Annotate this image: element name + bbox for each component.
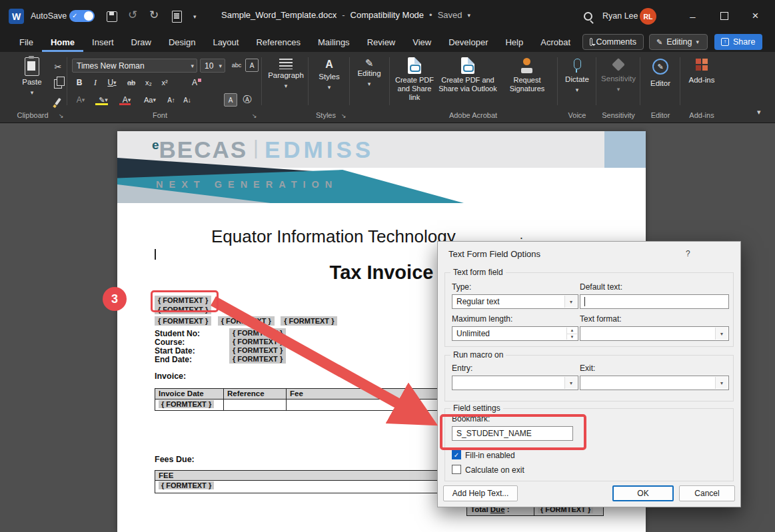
tab-home[interactable]: Home xyxy=(42,32,83,52)
text-highlight-color-button[interactable]: ✎ ▾ xyxy=(93,93,113,107)
font-size-combo[interactable]: 10 ▾ xyxy=(200,59,225,73)
tab-help[interactable]: Help xyxy=(496,32,532,52)
shrink-font-button[interactable]: A↓ xyxy=(180,93,195,107)
formtext-field[interactable]: { FORMTEXT } xyxy=(159,481,214,489)
calculate-on-exit-label: Calculate on exit xyxy=(465,465,524,475)
change-case-icon: Aa xyxy=(144,96,153,104)
underline-button[interactable]: U ▾ xyxy=(103,76,121,89)
run-macro-group-label: Run macro on xyxy=(450,350,506,360)
text-format-chevron-icon[interactable]: ▾ xyxy=(715,328,728,340)
enclose-characters-icon: A xyxy=(250,62,255,69)
formtext-field[interactable]: { FORMTEXT } xyxy=(159,400,214,408)
bold-button[interactable]: B xyxy=(72,76,87,89)
dialog-help-icon[interactable]: ? xyxy=(686,249,690,258)
type-combo-chevron-icon[interactable]: ▾ xyxy=(564,296,577,308)
superscript-button[interactable]: x² xyxy=(157,76,172,89)
copy-button[interactable] xyxy=(51,77,65,91)
tab-design[interactable]: Design xyxy=(160,32,204,52)
formtext-field[interactable]: { FORMTEXT } xyxy=(229,328,286,338)
format-painter-button[interactable] xyxy=(51,95,65,108)
cut-button[interactable]: ✂ xyxy=(51,60,65,73)
text-format-combo[interactable]: ▾ xyxy=(580,326,729,341)
formtext-field[interactable]: { FORMTEXT } xyxy=(281,316,337,326)
clear-formatting-button[interactable]: A xyxy=(189,76,204,89)
spinner-buttons[interactable]: ▲ ▼ xyxy=(566,328,577,340)
formtext-field[interactable]: { FORMTEXT } xyxy=(229,337,286,346)
entry-combo-chevron-icon[interactable]: ▾ xyxy=(564,377,577,389)
editor-button[interactable]: ✎ Editor xyxy=(644,59,677,88)
undo-icon[interactable]: ↺ xyxy=(128,9,137,22)
minimize-button[interactable]: – xyxy=(677,0,708,32)
tab-references[interactable]: References xyxy=(247,32,309,52)
tab-file[interactable]: File xyxy=(11,32,42,52)
clipboard-dialog-launcher[interactable]: ↘ xyxy=(59,113,64,119)
paste-button[interactable]: Paste ▾ xyxy=(15,57,49,97)
close-button[interactable]: × xyxy=(740,0,771,32)
formtext-field[interactable]: { FORMTEXT } xyxy=(218,316,275,326)
spinner-up-icon[interactable]: ▲ xyxy=(566,328,577,334)
title-chevron-icon[interactable]: ▾ xyxy=(468,12,471,19)
styles-dialog-launcher[interactable]: ↘ xyxy=(341,113,347,119)
formtext-field[interactable]: { FORMTEXT } xyxy=(229,354,286,364)
cancel-button[interactable]: Cancel xyxy=(679,485,735,501)
addins-button[interactable]: Add-ins xyxy=(684,59,720,85)
font-dialog-launcher[interactable]: ↘ xyxy=(252,113,257,119)
autosave-toggle[interactable]: ✓ xyxy=(69,10,95,22)
word-logo-icon[interactable]: W xyxy=(9,9,24,24)
tab-draw[interactable]: Draw xyxy=(123,32,160,52)
maximize-button[interactable] xyxy=(708,0,740,32)
create-pdf-share-outlook-button[interactable]: Create PDF and Share via Outlook xyxy=(438,57,497,93)
formtext-field[interactable]: { FORMTEXT } xyxy=(229,346,286,355)
spinner-down-icon[interactable]: ▼ xyxy=(566,334,577,340)
collapse-ribbon-chevron-icon[interactable]: ▾ xyxy=(757,108,761,117)
strikethrough-button[interactable]: ab xyxy=(124,76,139,89)
save-icon[interactable] xyxy=(107,11,117,22)
document-preview-icon[interactable] xyxy=(172,11,182,23)
tab-review[interactable]: Review xyxy=(359,32,404,52)
tab-mailings[interactable]: Mailings xyxy=(309,32,359,52)
tab-developer[interactable]: Developer xyxy=(440,32,496,52)
calculate-on-exit-checkbox[interactable] xyxy=(452,465,461,474)
ok-button[interactable]: OK xyxy=(612,485,674,501)
default-text-input[interactable] xyxy=(580,294,729,309)
add-help-text-button[interactable]: Add Help Text... xyxy=(443,485,518,501)
formtext-field[interactable]: { FORMTEXT } xyxy=(155,316,211,326)
editing-group-button[interactable]: ✎ Editing ▾ xyxy=(352,59,387,89)
phonetic-guide-button[interactable]: abc xyxy=(229,59,244,72)
font-color-button[interactable]: A ▾ xyxy=(117,93,136,107)
fill-in-enabled-checkbox[interactable]: ✓ xyxy=(452,450,461,459)
tab-acrobat[interactable]: Acrobat xyxy=(532,32,579,52)
character-shading-button[interactable]: A xyxy=(224,93,237,107)
avatar[interactable]: RL xyxy=(640,8,656,25)
styles-group-button[interactable]: A Styles ▾ xyxy=(312,59,347,92)
editing-mode-button[interactable]: ✎ Editing ▾ xyxy=(649,34,708,50)
font-name-combo[interactable]: Times New Roman ▾ xyxy=(72,59,197,73)
qat-customize-chevron-icon[interactable]: ▾ xyxy=(193,13,197,20)
text-effects-button[interactable]: A ▾ xyxy=(72,93,89,107)
comments-button[interactable]: Comments xyxy=(582,34,644,50)
type-combo[interactable]: Regular text ▾ xyxy=(452,294,578,309)
entry-combo[interactable]: ▾ xyxy=(452,376,578,390)
scissors-icon: ✂ xyxy=(55,62,62,72)
tab-view[interactable]: View xyxy=(404,32,440,52)
dictate-label: Dictate xyxy=(565,75,589,84)
tab-insert[interactable]: Insert xyxy=(83,32,123,52)
request-signatures-button[interactable]: Request Signatures xyxy=(501,57,553,93)
enclose-characters-button[interactable]: A xyxy=(245,59,259,72)
exit-combo[interactable]: ▾ xyxy=(580,376,729,390)
redo-icon[interactable]: ↻ xyxy=(149,9,159,22)
create-pdf-share-link-button[interactable]: Create PDF and Share link xyxy=(393,57,436,102)
subscript-button[interactable]: x₂ xyxy=(141,76,156,89)
user-name[interactable]: Ryan Lee xyxy=(602,11,638,21)
change-case-button[interactable]: Aa ▾ xyxy=(140,93,160,107)
tab-layout[interactable]: Layout xyxy=(204,32,247,52)
share-button[interactable]: ↑ Share xyxy=(714,34,762,50)
italic-button[interactable]: I xyxy=(88,76,103,89)
dictate-button[interactable]: Dictate ▾ xyxy=(561,59,593,95)
character-border-button[interactable]: Ⓐ xyxy=(240,93,255,107)
search-icon[interactable] xyxy=(584,12,592,21)
grow-font-button[interactable]: A↑ xyxy=(164,93,179,107)
paragraph-group-button[interactable]: Paragraph ▾ xyxy=(267,59,305,91)
maximum-length-spinner[interactable]: Unlimited ▲ ▼ xyxy=(452,326,578,341)
exit-combo-chevron-icon[interactable]: ▾ xyxy=(715,377,728,389)
